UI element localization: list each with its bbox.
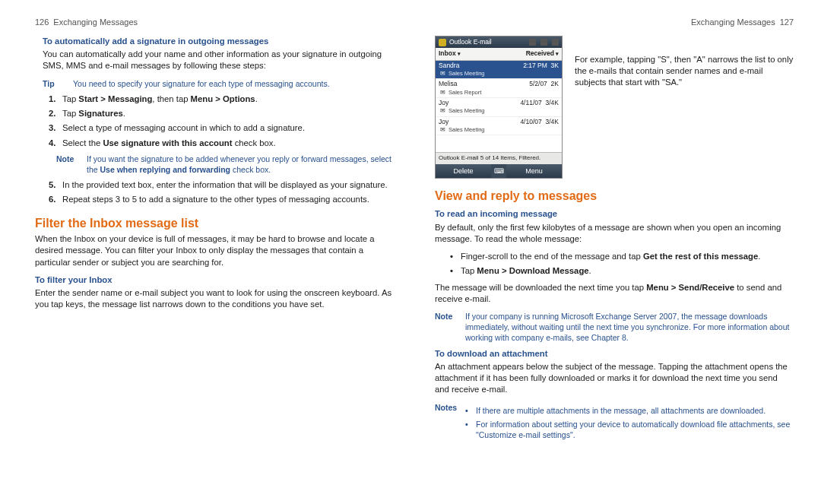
running-head: Exchanging Messages <box>53 17 138 28</box>
bullet-icon: • <box>450 251 461 262</box>
ss-titlebar: Outlook E-mail <box>436 36 562 48</box>
envelope-icon: ✉ <box>439 107 446 115</box>
ss-row: Sandra2:17 PM 3K ✉Sales Meeting <box>436 61 562 80</box>
step-item: 1. Tap Start > Messaging, then tap Menu … <box>49 94 394 105</box>
paragraph: The message will be downloaded the next … <box>435 282 794 306</box>
notes-label: Notes <box>435 402 465 449</box>
bullet-item: • Finger-scroll to the end of the messag… <box>450 251 794 262</box>
envelope-icon: ✉ <box>439 89 446 97</box>
volume-icon <box>540 39 547 46</box>
device-screenshot: Outlook E-mail Inbox▾ Received▾ Sandra2:… <box>435 36 563 179</box>
note-block: Note If you want the signature to be add… <box>56 154 394 175</box>
bullet-icon: • <box>465 419 476 440</box>
page-127: Exchanging Messages 127 Outlook E-mail I… <box>435 17 794 487</box>
tip-text: You need to specify your signature for e… <box>73 78 394 89</box>
envelope-icon: ✉ <box>439 70 446 78</box>
steps-list-continued: 5. In the provided text box, enter the i… <box>49 179 394 206</box>
sip-icon: ⌨ <box>491 164 506 178</box>
page-header-right: Exchanging Messages 127 <box>435 17 794 28</box>
subhead-signature: To automatically add a signature in outg… <box>43 36 394 47</box>
paragraph: When the Inbox on your device is full of… <box>35 233 394 268</box>
step-item: 2. Tap Signatures. <box>49 108 394 119</box>
chevron-down-icon: ▾ <box>458 51 461 56</box>
ss-softkeys: Delete ⌨ Menu <box>436 164 562 178</box>
step-item: 4. Select the Use signature with this ac… <box>49 138 394 149</box>
tip-block: Tip You need to specify your signature f… <box>43 78 394 89</box>
ss-message-list: Sandra2:17 PM 3K ✉Sales Meeting Melisa5/… <box>436 61 562 152</box>
chevron-down-icon: ▾ <box>556 51 559 56</box>
paragraph: Enter the sender name or e-mail subject … <box>35 287 394 311</box>
subhead-read: To read an incoming message <box>435 208 794 220</box>
paragraph: You can automatically add your name and … <box>43 49 394 72</box>
notes-block: Notes •If there are multiple attachments… <box>435 402 794 449</box>
page-126: 126 Exchanging Messages To automatically… <box>35 17 394 487</box>
paragraph: An attachment appears below the subject … <box>435 361 794 396</box>
ss-title: Outlook E-mail <box>449 38 492 46</box>
note-label: Note <box>56 154 87 175</box>
note-text: If your company is running Microsoft Exc… <box>465 311 794 344</box>
step-item: 6. Repeat steps 3 to 5 to add a signatur… <box>49 194 394 205</box>
page-number: 127 <box>780 17 794 28</box>
envelope-icon: ✉ <box>439 126 446 134</box>
ss-row: Joy4/10/07 3/4K ✉Sales Meeting <box>436 117 562 136</box>
ss-column-header: Inbox▾ Received▾ <box>436 48 562 60</box>
notes-item: •For information about setting your devi… <box>465 419 794 440</box>
close-icon <box>552 39 559 46</box>
subhead-filter: To filter your Inbox <box>35 274 394 286</box>
softkey-right: Menu <box>506 164 562 178</box>
ss-row: Joy4/11/07 3/4K ✉Sales Meeting <box>436 98 562 117</box>
steps-list: 1. Tap Start > Messaging, then tap Menu … <box>49 94 394 149</box>
note-label: Note <box>435 311 465 344</box>
bullet-item: • Tap Menu > Download Message. <box>450 265 794 277</box>
ss-status-bar: Outlook E-mail 5 of 14 Items, Filtered. <box>436 152 562 164</box>
softkey-left: Delete <box>436 164 491 178</box>
heading-view-reply: View and reply to messages <box>435 188 794 204</box>
subhead-attachment: To download an attachment <box>435 348 794 360</box>
tip-label: Tip <box>43 78 73 89</box>
outlook-icon <box>439 39 446 46</box>
paragraph: By default, only the first few kilobytes… <box>435 222 794 246</box>
heading-filter: Filter the Inbox message list <box>35 215 394 232</box>
figure-caption: For example, tapping "S", then "A" narro… <box>575 54 794 89</box>
bullet-icon: • <box>450 265 461 277</box>
bullet-icon: • <box>465 405 476 416</box>
running-head: Exchanging Messages <box>691 17 775 28</box>
note-block: Note If your company is running Microsof… <box>435 311 794 344</box>
figure-row: Outlook E-mail Inbox▾ Received▾ Sandra2:… <box>435 36 794 179</box>
page-header-left: 126 Exchanging Messages <box>35 17 394 28</box>
notes-item: •If there are multiple attachments in th… <box>465 405 794 416</box>
page-number: 126 <box>35 17 49 28</box>
ss-row: Melisa5/2/07 2K ✉Sales Report <box>436 79 562 98</box>
bullet-list: • Finger-scroll to the end of the messag… <box>450 251 794 277</box>
step-item: 5. In the provided text box, enter the i… <box>49 179 394 191</box>
note-text: If you want the signature to be added wh… <box>87 154 394 175</box>
step-item: 3. Select a type of messaging account in… <box>49 122 394 134</box>
signal-icon <box>529 39 536 46</box>
